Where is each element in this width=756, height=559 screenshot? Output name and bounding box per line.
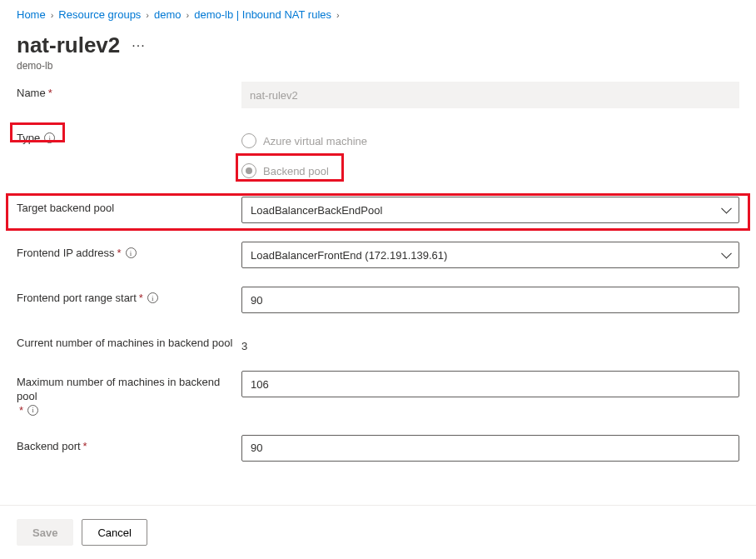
- save-button[interactable]: Save: [17, 519, 73, 546]
- backend-port-input[interactable]: [241, 435, 739, 462]
- required-icon: *: [19, 404, 23, 417]
- breadcrumb-inbound-nat[interactable]: demo-lb | Inbound NAT rules: [194, 8, 331, 21]
- chevron-right-icon: ›: [336, 10, 340, 20]
- info-icon[interactable]: i: [147, 292, 158, 303]
- radio-icon: [241, 163, 256, 178]
- label-max-machines: Maximum number of machines in backend po…: [17, 376, 241, 404]
- breadcrumb-home[interactable]: Home: [17, 8, 46, 21]
- label-name: Name: [17, 87, 46, 101]
- label-backend-port: Backend port: [17, 440, 81, 454]
- required-icon: *: [117, 247, 122, 259]
- info-icon[interactable]: i: [126, 247, 137, 258]
- label-target-backend-pool: Target backend pool: [17, 202, 114, 216]
- cancel-button[interactable]: Cancel: [82, 519, 147, 546]
- chevron-right-icon: ›: [51, 10, 54, 20]
- radio-icon: [241, 133, 256, 148]
- info-icon[interactable]: i: [27, 405, 38, 416]
- breadcrumb-resource-groups[interactable]: Resource groups: [58, 8, 141, 21]
- footer-toolbar: Save Cancel: [0, 505, 756, 559]
- frontend-ip-value: LoadBalancerFrontEnd (172.191.139.61): [251, 249, 447, 262]
- max-machines-input[interactable]: [241, 371, 739, 397]
- label-type: Type: [17, 132, 40, 146]
- target-backend-pool-value: LoadBalancerBackEndPool: [251, 204, 382, 217]
- chevron-right-icon: ›: [187, 10, 190, 20]
- radio-backend-pool-label: Backend pool: [263, 165, 329, 177]
- frontend-port-start-input[interactable]: [241, 287, 739, 313]
- current-machines-value: 3: [241, 332, 739, 352]
- page-subtitle: demo-lb: [0, 58, 756, 82]
- more-actions-button[interactable]: ···: [132, 38, 145, 53]
- frontend-ip-select[interactable]: LoadBalancerFrontEnd (172.191.139.61): [241, 242, 739, 268]
- required-icon: *: [139, 292, 143, 304]
- radio-azure-vm-label: Azure virtual machine: [263, 135, 367, 147]
- radio-azure-vm: Azure virtual machine: [241, 130, 739, 152]
- required-icon: *: [83, 440, 87, 452]
- target-backend-pool-select[interactable]: LoadBalancerBackEndPool: [241, 197, 739, 223]
- breadcrumb-demo[interactable]: demo: [154, 8, 182, 21]
- label-current-machines: Current number of machines in backend po…: [17, 337, 232, 351]
- label-frontend-ip: Frontend IP address: [17, 247, 115, 261]
- page-title: nat-rulev2: [17, 32, 120, 58]
- chevron-right-icon: ›: [146, 10, 149, 20]
- radio-backend-pool: Backend pool: [241, 160, 739, 182]
- name-input: nat-rulev2: [241, 82, 739, 108]
- breadcrumb: Home › Resource groups › demo › demo-lb …: [0, 0, 756, 27]
- info-icon[interactable]: i: [44, 132, 55, 143]
- required-icon: *: [48, 87, 52, 99]
- label-frontend-port-start: Frontend port range start: [17, 292, 137, 306]
